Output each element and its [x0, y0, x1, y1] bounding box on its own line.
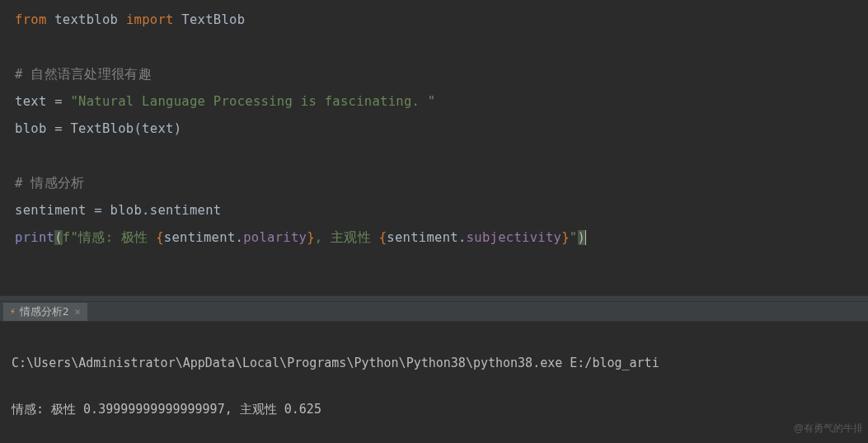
run-icon: ⚡ [10, 306, 16, 317]
equals: = [54, 94, 70, 109]
code-line-2-blank [15, 34, 853, 61]
console-tab[interactable]: ⚡ 情感分析2 × [3, 303, 87, 321]
string-literal: "Natural Language Processing is fascinat… [70, 94, 435, 109]
close-tab-icon[interactable]: × [74, 306, 80, 318]
equals: = [54, 121, 70, 136]
fstring-part: , 主观性 [315, 230, 379, 245]
keyword-from: from [15, 12, 47, 27]
brace-open: { [156, 230, 164, 245]
code-line-5: blob = TextBlob(text) [15, 115, 853, 143]
fexpr-attr: subjectivity [467, 230, 562, 245]
code-line-9: print(f"情感: 极性 {sentiment.polarity}, 主观性… [15, 224, 853, 252]
keyword-import: import [126, 12, 174, 27]
variable: text [15, 94, 54, 109]
variable: sentiment [15, 203, 94, 218]
f-prefix: f [63, 230, 71, 245]
code-line-8: sentiment = blob.sentiment [15, 197, 853, 224]
code-line-7-comment: # 情感分析 [15, 170, 853, 197]
comment-text: # 自然语言处理很有趣 [15, 67, 152, 82]
console-tab-label: 情感分析2 [20, 304, 69, 319]
brace-close: } [307, 230, 315, 245]
variable: blob [15, 121, 54, 136]
brace-open: { [379, 230, 387, 245]
paren-close-highlight: ) [578, 230, 587, 245]
fexpr-attr: polarity [243, 230, 307, 245]
call-expr: TextBlob(text) [70, 121, 181, 136]
comment-text: # 情感分析 [15, 176, 84, 191]
fexpr-obj: sentiment [164, 230, 236, 245]
attr-expr: blob.sentiment [110, 203, 222, 218]
module-name: textblob [54, 12, 118, 27]
brace-close: } [561, 230, 570, 245]
code-editor[interactable]: from textblob import TextBlob # 自然语言处理很有… [0, 0, 868, 295]
import-name: TextBlob [181, 12, 245, 27]
console-tab-bar: ⚡ 情感分析2 × [0, 302, 868, 322]
code-line-6-blank [15, 143, 853, 170]
fstring-end: " [570, 230, 578, 245]
paren-open-highlight: ( [54, 230, 63, 245]
fexpr-obj: sentiment [387, 230, 458, 245]
fstring-part: "情感: 极性 [70, 230, 156, 245]
console-output[interactable]: C:\Users\Administrator\AppData\Local\Pro… [0, 322, 868, 443]
watermark: @有勇气的牛排 [794, 417, 863, 440]
pane-splitter[interactable] [0, 295, 868, 302]
console-line-output: 情感: 极性 0.39999999999999997, 主观性 0.625 [12, 398, 856, 421]
code-line-3-comment: # 自然语言处理很有趣 [15, 61, 853, 88]
code-line-1: from textblob import TextBlob [15, 7, 853, 34]
code-line-4: text = "Natural Language Processing is f… [15, 88, 853, 115]
dot: . [458, 230, 467, 245]
builtin-print: print [15, 230, 54, 245]
console-line-command: C:\Users\Administrator\AppData\Local\Pro… [12, 351, 856, 375]
equals: = [94, 203, 110, 218]
dot: . [236, 230, 244, 245]
